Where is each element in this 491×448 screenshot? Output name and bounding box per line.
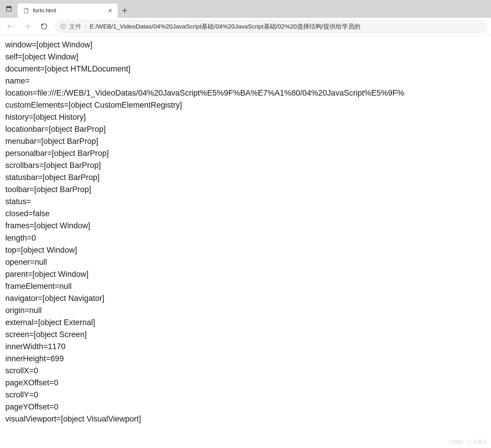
output-line: personalbar=[object BarProp] [5, 147, 486, 159]
address-bar[interactable]: 文件 | E:/WEB/1_VideoDatas/04%20JavaScript… [55, 20, 487, 33]
output-line: visualViewport=[object VisualViewport] [5, 413, 486, 425]
arrow-right-icon [24, 23, 31, 30]
output-line: window=[object Window] [5, 39, 486, 51]
svg-point-3 [63, 25, 64, 26]
output-line: external=[object External] [5, 317, 486, 329]
output-line: menubar=[object BarProp] [5, 135, 486, 147]
watermark-csdn: CSDN [450, 439, 463, 445]
output-line: screen=[object Screen] [5, 329, 486, 341]
output-line: statusbar=[object BarProp] [5, 171, 486, 184]
output-line: innerHeight=699 [5, 353, 486, 365]
output-line: scrollX=0 [5, 365, 486, 377]
output-line: frameElement=null [5, 280, 486, 292]
forward-button[interactable] [21, 21, 33, 32]
plus-icon [122, 8, 128, 14]
separator: | [85, 24, 86, 29]
output-line: frames=[object Window] [5, 220, 486, 232]
output-line: pageXOffset=0 [5, 377, 486, 389]
site-info[interactable]: 文件 [60, 22, 81, 31]
tab-overview-button[interactable] [0, 0, 18, 17]
info-icon [60, 24, 66, 29]
new-tab-button[interactable] [118, 4, 132, 17]
watermark: CSDN 亿速云 [450, 439, 487, 445]
output-line: opener=null [5, 256, 486, 268]
output-line: location=file:///E:/WEB/1_VideoDatas/04%… [5, 87, 486, 99]
reload-icon [41, 23, 48, 30]
source-label: 文件 [69, 22, 81, 31]
output-line: innerWidth=1170 [5, 341, 486, 353]
close-icon [108, 8, 113, 13]
output-line: self=[object Window] [5, 51, 486, 63]
close-tab-button[interactable] [107, 7, 113, 14]
output-line: customElements=[object CustomElementRegi… [5, 99, 486, 111]
arrow-left-icon [6, 23, 14, 30]
back-button[interactable] [4, 21, 16, 32]
tab-overview-icon [6, 6, 12, 12]
browser-toolbar: 文件 | E:/WEB/1_VideoDatas/04%20JavaScript… [0, 18, 491, 35]
output-line: document=[object HTMLDocument] [5, 63, 486, 75]
output-line: length=0 [5, 232, 486, 244]
watermark-yiyun: 亿速云 [466, 439, 487, 445]
output-line: name= [5, 75, 486, 87]
cloud-icon [466, 440, 472, 444]
output-line: closed=false [5, 208, 486, 220]
browser-tab-active[interactable]: forIn.html [18, 4, 118, 18]
reload-button[interactable] [38, 21, 50, 32]
file-icon [23, 7, 29, 14]
tab-area: forIn.html [0, 0, 132, 17]
url-text: E:/WEB/1_VideoDatas/04%20JavaScript基础/04… [90, 22, 360, 31]
output-line: navigator=[object Navigator] [5, 292, 486, 304]
output-line: scrollbars=[object BarProp] [5, 159, 486, 171]
output-line: scrollY=0 [5, 389, 486, 401]
output-line: status= [5, 196, 486, 208]
page-content: window=[object Window]self=[object Windo… [0, 35, 491, 429]
output-line: origin=null [5, 304, 486, 317]
output-line: parent=[object Window] [5, 268, 486, 280]
output-line: locationbar=[object BarProp] [5, 123, 486, 135]
output-line: history=[object History] [5, 111, 486, 123]
browser-titlebar: forIn.html [0, 0, 491, 18]
tab-title: forIn.html [33, 7, 103, 14]
output-line: toolbar=[object BarProp] [5, 184, 486, 196]
output-line: top=[object Window] [5, 244, 486, 256]
svg-rect-1 [6, 6, 11, 8]
output-line: pageYOffset=0 [5, 401, 486, 413]
